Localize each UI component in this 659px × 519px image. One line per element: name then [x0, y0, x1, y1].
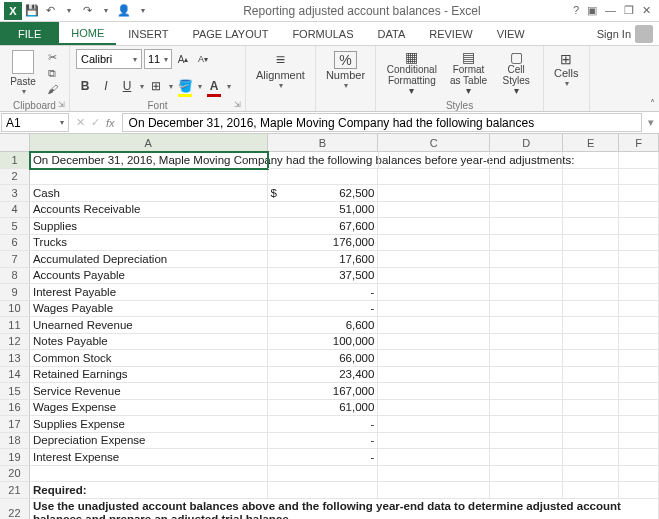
border-icon[interactable]: ⊞: [147, 77, 165, 95]
cell-D20[interactable]: [490, 466, 563, 483]
row-header-14[interactable]: 14: [0, 367, 30, 384]
cell-A21[interactable]: Required:: [30, 482, 268, 499]
font-name-dropdown-icon[interactable]: ▾: [133, 55, 137, 64]
cell-F12[interactable]: [619, 334, 659, 351]
copy-icon[interactable]: ⧉: [44, 66, 60, 80]
cell-C9[interactable]: [378, 284, 490, 301]
cell-B1[interactable]: [268, 152, 379, 169]
cell-D18[interactable]: [490, 433, 563, 450]
cell-A12[interactable]: Notes Payable: [30, 334, 268, 351]
cell-F2[interactable]: [619, 169, 659, 186]
row-header-15[interactable]: 15: [0, 383, 30, 400]
tab-view[interactable]: VIEW: [485, 22, 537, 45]
alignment-button[interactable]: ≡ Alignment ▾: [252, 49, 309, 92]
cell-A7[interactable]: Accumulated Depreciation: [30, 251, 268, 268]
row-header-13[interactable]: 13: [0, 350, 30, 367]
cell-D21[interactable]: [490, 482, 563, 499]
row-header-11[interactable]: 11: [0, 317, 30, 334]
cell-A16[interactable]: Wages Expense: [30, 400, 268, 417]
cell-F20[interactable]: [619, 466, 659, 483]
qat-customize-icon[interactable]: ▾: [135, 3, 151, 19]
redo-icon[interactable]: ↷: [79, 3, 95, 19]
cell-B17[interactable]: -: [268, 416, 379, 433]
cell-B3[interactable]: $62,500: [268, 185, 379, 202]
cell-D13[interactable]: [490, 350, 563, 367]
cell-A14[interactable]: Retained Earnings: [30, 367, 268, 384]
cell-E1[interactable]: [563, 152, 619, 169]
underline-button[interactable]: U: [118, 77, 136, 95]
cell-F11[interactable]: [619, 317, 659, 334]
cell-A8[interactable]: Accounts Payable: [30, 268, 268, 285]
redo-dropdown-icon[interactable]: ▾: [98, 3, 114, 19]
cell-E19[interactable]: [563, 449, 619, 466]
tab-home[interactable]: HOME: [59, 22, 116, 45]
cell-A1[interactable]: On December 31, 2016, Maple Moving Compa…: [30, 152, 268, 169]
tab-file[interactable]: FILE: [0, 22, 59, 45]
enter-formula-icon[interactable]: ✓: [91, 116, 100, 129]
undo-icon[interactable]: ↶: [42, 3, 58, 19]
cell-B12[interactable]: 100,000: [268, 334, 379, 351]
cell-D19[interactable]: [490, 449, 563, 466]
row-header-3[interactable]: 3: [0, 185, 30, 202]
cell-B11[interactable]: 6,600: [268, 317, 379, 334]
cell-B15[interactable]: 167,000: [268, 383, 379, 400]
cell-A22[interactable]: Use the unadjusted account balances abov…: [30, 499, 659, 520]
cell-E15[interactable]: [563, 383, 619, 400]
formula-input[interactable]: On December 31, 2016, Maple Moving Compa…: [122, 113, 642, 132]
cell-E6[interactable]: [563, 235, 619, 252]
cell-A19[interactable]: Interest Expense: [30, 449, 268, 466]
row-header-1[interactable]: 1: [0, 152, 30, 169]
cell-D9[interactable]: [490, 284, 563, 301]
touch-mode-icon[interactable]: 👤: [116, 3, 132, 19]
cell-B18[interactable]: -: [268, 433, 379, 450]
tab-formulas[interactable]: FORMULAS: [280, 22, 365, 45]
cell-A4[interactable]: Accounts Receivable: [30, 202, 268, 219]
cell-C10[interactable]: [378, 301, 490, 318]
col-header-E[interactable]: E: [563, 134, 619, 152]
cell-F1[interactable]: [619, 152, 659, 169]
cell-F9[interactable]: [619, 284, 659, 301]
cell-B14[interactable]: 23,400: [268, 367, 379, 384]
fill-color-dropdown-icon[interactable]: ▾: [198, 82, 202, 91]
cell-A15[interactable]: Service Revenue: [30, 383, 268, 400]
cell-F17[interactable]: [619, 416, 659, 433]
bold-button[interactable]: B: [76, 77, 94, 95]
cell-D7[interactable]: [490, 251, 563, 268]
cell-D17[interactable]: [490, 416, 563, 433]
row-header-20[interactable]: 20: [0, 466, 30, 483]
cell-E17[interactable]: [563, 416, 619, 433]
col-header-A[interactable]: A: [30, 134, 268, 152]
font-size-select[interactable]: 11▾: [144, 49, 172, 69]
cell-A20[interactable]: [30, 466, 268, 483]
row-header-17[interactable]: 17: [0, 416, 30, 433]
tab-insert[interactable]: INSERT: [116, 22, 180, 45]
cell-C20[interactable]: [378, 466, 490, 483]
cell-F6[interactable]: [619, 235, 659, 252]
font-size-dropdown-icon[interactable]: ▾: [164, 55, 168, 64]
cell-C19[interactable]: [378, 449, 490, 466]
italic-button[interactable]: I: [97, 77, 115, 95]
row-header-2[interactable]: 2: [0, 169, 30, 186]
cell-F4[interactable]: [619, 202, 659, 219]
decrease-font-icon[interactable]: A▾: [194, 50, 212, 68]
format-painter-icon[interactable]: 🖌: [44, 82, 60, 96]
cell-E14[interactable]: [563, 367, 619, 384]
cell-B8[interactable]: 37,500: [268, 268, 379, 285]
row-header-18[interactable]: 18: [0, 433, 30, 450]
col-header-B[interactable]: B: [268, 134, 379, 152]
row-header-10[interactable]: 10: [0, 301, 30, 318]
cell-F18[interactable]: [619, 433, 659, 450]
row-header-4[interactable]: 4: [0, 202, 30, 219]
font-color-icon[interactable]: A: [205, 77, 223, 95]
cell-B9[interactable]: -: [268, 284, 379, 301]
cell-D16[interactable]: [490, 400, 563, 417]
minimize-icon[interactable]: —: [605, 4, 616, 17]
cell-E10[interactable]: [563, 301, 619, 318]
cell-D14[interactable]: [490, 367, 563, 384]
cell-A18[interactable]: Depreciation Expense: [30, 433, 268, 450]
cell-F15[interactable]: [619, 383, 659, 400]
expand-formula-bar-icon[interactable]: ▾: [643, 112, 659, 133]
cell-F3[interactable]: [619, 185, 659, 202]
cell-F8[interactable]: [619, 268, 659, 285]
cell-F10[interactable]: [619, 301, 659, 318]
